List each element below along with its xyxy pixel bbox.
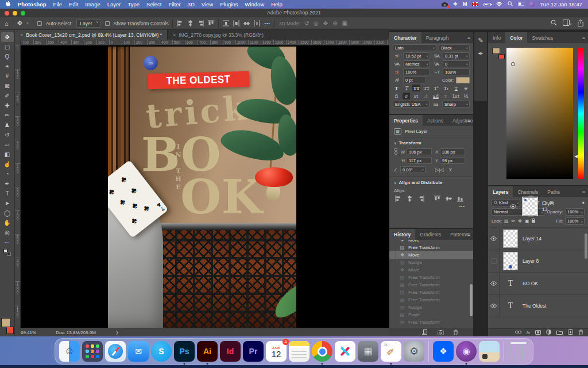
history-source-well[interactable] bbox=[391, 240, 396, 244]
lasso-tool[interactable]: Ϙ bbox=[1, 52, 14, 62]
discretionary-ligatures-toggle[interactable]: st bbox=[412, 93, 420, 99]
close-tab-icon[interactable]: × bbox=[20, 32, 23, 38]
all-caps-toggle[interactable]: TT bbox=[412, 85, 420, 91]
panel-tab[interactable]: Info bbox=[488, 32, 505, 43]
history-step[interactable]: ✥ Move bbox=[389, 266, 473, 274]
panel-tab[interactable]: Gradients bbox=[415, 229, 446, 240]
panel-menu-icon[interactable]: ≡ bbox=[467, 232, 473, 237]
new-group-icon[interactable] bbox=[556, 330, 563, 336]
link-layers-icon[interactable] bbox=[515, 330, 521, 335]
search-icon[interactable] bbox=[551, 20, 557, 27]
hue-slider-arrow-icon[interactable]: ◀ bbox=[575, 154, 578, 158]
malwarebytes-status-icon[interactable]: M bbox=[463, 2, 467, 7]
panel-menu-icon[interactable]: ≡ bbox=[467, 118, 473, 124]
canvas[interactable]: trick IN THE BO OK bbox=[21, 45, 389, 328]
move-tool[interactable]: ✥ bbox=[1, 32, 14, 42]
layer-name[interactable]: Layer 14 bbox=[523, 236, 541, 241]
menu-item[interactable]: Photoshop bbox=[18, 1, 47, 7]
menu-item[interactable]: Filter bbox=[168, 1, 180, 7]
history-source-well[interactable] bbox=[391, 281, 396, 289]
apple-menu-icon[interactable] bbox=[6, 1, 11, 7]
history-step[interactable]: ▤ Free Transform bbox=[389, 281, 473, 289]
history-source-well[interactable] bbox=[391, 259, 396, 266]
dock-divider[interactable] bbox=[504, 341, 504, 362]
align-top-edges-icon[interactable] bbox=[434, 195, 440, 202]
lock-option-icon[interactable]: ✏ bbox=[512, 218, 516, 224]
horizontal-scale-field[interactable]: 100% bbox=[443, 68, 470, 75]
menu-item[interactable]: 3D bbox=[188, 1, 195, 7]
document-tab-active[interactable]: × Book Cover_13x20 cm_2.psd @ 69.4% (Lay… bbox=[15, 30, 168, 40]
history-source-well[interactable] bbox=[391, 274, 396, 281]
font-family-dropdown[interactable]: Lato bbox=[393, 44, 436, 51]
align-right-edges-icon[interactable] bbox=[418, 195, 424, 202]
layer-visibility-toggle[interactable] bbox=[488, 273, 500, 294]
book-cover-artwork[interactable]: trick IN THE BO OK bbox=[108, 47, 296, 328]
panel-menu-icon[interactable]: ≡ bbox=[467, 35, 473, 41]
type-color-swatch[interactable] bbox=[456, 77, 470, 83]
align-more-icon[interactable]: ••• bbox=[264, 21, 270, 25]
close-window-button[interactable] bbox=[5, 11, 9, 16]
panel-menu-icon[interactable]: ≡ bbox=[582, 35, 588, 41]
delete-state-icon[interactable] bbox=[453, 329, 458, 335]
dock-notes[interactable] bbox=[289, 341, 310, 362]
eraser-tool[interactable]: ▱ bbox=[1, 140, 14, 150]
layer-thumbnail[interactable] bbox=[503, 297, 518, 315]
document-tab[interactable]: × IMG_2770 copy.jpg @ 33.3% (RGB/8*) bbox=[168, 30, 269, 40]
type-tool[interactable]: T bbox=[1, 189, 14, 198]
align-top-edges-icon[interactable] bbox=[208, 20, 214, 26]
input-language-flag-icon[interactable] bbox=[472, 2, 478, 6]
fractions-toggle[interactable]: ½ bbox=[462, 93, 470, 99]
anti-alias-dropdown[interactable]: Sharp bbox=[442, 101, 470, 108]
layer-row[interactable]: The Oldest bbox=[488, 295, 588, 317]
collapse-section-icon[interactable]: ∨ bbox=[394, 181, 396, 185]
brush-tool[interactable]: ✏ bbox=[1, 110, 14, 120]
shape-tool[interactable]: ◯ bbox=[1, 208, 14, 218]
pen-tool[interactable]: ✒ bbox=[1, 179, 14, 189]
default-swatches-icon[interactable] bbox=[3, 249, 11, 256]
new-snapshot-icon[interactable] bbox=[438, 330, 444, 335]
color-picker-ring[interactable] bbox=[511, 62, 515, 66]
history-brush-tool[interactable]: ↺ bbox=[1, 130, 14, 140]
dock-divider[interactable] bbox=[428, 341, 429, 362]
lock-option-icon[interactable]: ▨ bbox=[504, 218, 509, 224]
menu-item[interactable]: View bbox=[202, 1, 213, 7]
lock-option-icon[interactable]: ✥ bbox=[518, 218, 522, 224]
dock-mail[interactable] bbox=[128, 341, 149, 362]
layer-visibility-toggle[interactable] bbox=[488, 295, 500, 317]
foreground-background-swatches[interactable] bbox=[1, 318, 14, 334]
history-source-well[interactable] bbox=[391, 266, 396, 274]
distribute-vertical-centers-icon[interactable] bbox=[243, 20, 250, 26]
zoom-level[interactable]: 69.41% bbox=[21, 330, 36, 335]
strikethrough-toggle[interactable]: T bbox=[462, 85, 470, 91]
ordinals-toggle[interactable]: 1st bbox=[451, 93, 459, 99]
baseline-shift-field[interactable]: 0 pt bbox=[403, 76, 426, 83]
dock-photoshop[interactable]: Ps bbox=[174, 341, 195, 362]
smudge-tool[interactable]: ☝ bbox=[1, 159, 14, 169]
history-source-well[interactable] bbox=[391, 289, 396, 296]
layer-thumbnail[interactable] bbox=[503, 229, 518, 248]
dock-premiere[interactable]: Pr bbox=[243, 341, 264, 362]
tool-preset-chevron-icon[interactable]: ˅ bbox=[26, 21, 29, 25]
zoom-window-button[interactable] bbox=[21, 11, 25, 16]
tor-status-icon[interactable] bbox=[529, 2, 535, 7]
display-status-icon[interactable] bbox=[518, 1, 524, 7]
show-transform-checkbox[interactable] bbox=[105, 21, 110, 26]
layer-style-icon[interactable]: fx bbox=[527, 330, 530, 335]
new-document-from-state-icon[interactable] bbox=[422, 329, 428, 335]
dock-desktop-picture[interactable] bbox=[479, 341, 500, 362]
crop-tool[interactable]: # bbox=[1, 71, 14, 81]
healing-tool[interactable]: ✚ bbox=[1, 101, 14, 110]
dodge-tool[interactable]: ◔ bbox=[1, 169, 14, 179]
foreground-color-swatch[interactable] bbox=[492, 48, 500, 54]
x-field[interactable]: 336 px bbox=[440, 148, 465, 155]
menu-item[interactable]: Help bbox=[271, 1, 283, 7]
flip-vertical-icon[interactable]: ⊻ bbox=[448, 167, 452, 172]
spotlight-search-icon[interactable] bbox=[508, 1, 513, 7]
layer-visibility-toggle[interactable] bbox=[488, 250, 500, 272]
history-source-well[interactable] bbox=[391, 296, 396, 304]
workspace-switcher-icon[interactable]: ˅ bbox=[563, 20, 572, 27]
align-right-edges-icon[interactable] bbox=[198, 20, 204, 26]
underline-toggle[interactable]: T bbox=[452, 85, 460, 91]
3d-mode-icon[interactable]: ↺ bbox=[304, 20, 309, 26]
kerning-field[interactable]: Metrics bbox=[403, 60, 430, 67]
